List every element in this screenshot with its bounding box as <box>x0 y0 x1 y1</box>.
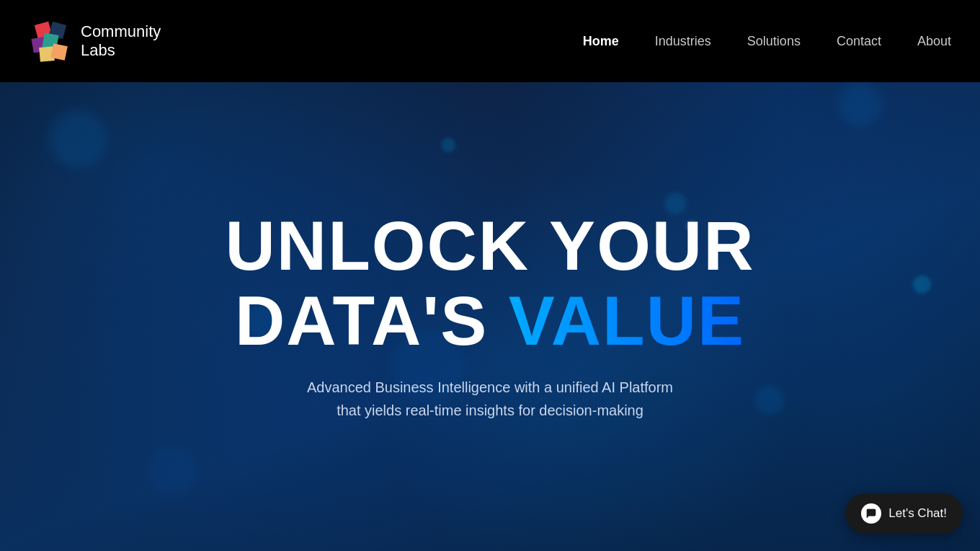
hero-subtitle: Advanced Business Intelligence with a un… <box>226 376 755 422</box>
hero-title-line1: UNLOCK YOUR <box>226 211 755 281</box>
hero-title-blue: VALUE <box>509 282 745 359</box>
hero-title-white: DATA'S <box>235 282 488 359</box>
logo-link[interactable]: Community Labs <box>29 19 161 63</box>
logo-line2: Labs <box>81 41 161 60</box>
nav-link-home[interactable]: Home <box>583 34 619 48</box>
svg-marker-5 <box>50 43 68 61</box>
hero-title-line2: DATA'S VALUE <box>226 286 755 356</box>
nav-item-home[interactable]: Home <box>583 34 619 49</box>
hero-subtitle-line2: that yields real-time insights for decis… <box>337 402 643 418</box>
logo-icon <box>29 19 72 63</box>
chat-label: Let's Chat! <box>888 506 947 521</box>
bokeh-particle <box>913 276 931 294</box>
nav-link-contact[interactable]: Contact <box>837 34 881 48</box>
nav-item-contact[interactable]: Contact <box>837 34 881 49</box>
nav-item-about[interactable]: About <box>917 34 951 49</box>
bokeh-particle <box>839 83 882 126</box>
nav-link-solutions[interactable]: Solutions <box>747 34 801 48</box>
bokeh-particle <box>755 386 784 415</box>
hero-subtitle-line1: Advanced Business Intelligence with a un… <box>307 379 673 395</box>
chat-widget[interactable]: Let's Chat! <box>845 493 963 534</box>
nav-link-about[interactable]: About <box>917 34 951 48</box>
logo-text: Community Labs <box>81 22 161 61</box>
bokeh-particle <box>49 110 107 168</box>
chat-icon <box>861 503 881 524</box>
chat-bubble-icon <box>865 508 877 519</box>
logo-line1: Community <box>81 22 161 41</box>
bokeh-particle <box>147 446 197 496</box>
nav-link-industries[interactable]: Industries <box>655 34 711 48</box>
nav-item-solutions[interactable]: Solutions <box>747 34 801 49</box>
hero-content: UNLOCK YOUR DATA'S VALUE Advanced Busine… <box>226 211 755 422</box>
nav-links: Home Industries Solutions Contact About <box>583 34 951 49</box>
navbar: Community Labs Home Industries Solutions… <box>0 0 980 82</box>
bokeh-particle <box>441 138 455 152</box>
hero-section: UNLOCK YOUR DATA'S VALUE Advanced Busine… <box>0 0 980 551</box>
nav-item-industries[interactable]: Industries <box>655 34 711 49</box>
